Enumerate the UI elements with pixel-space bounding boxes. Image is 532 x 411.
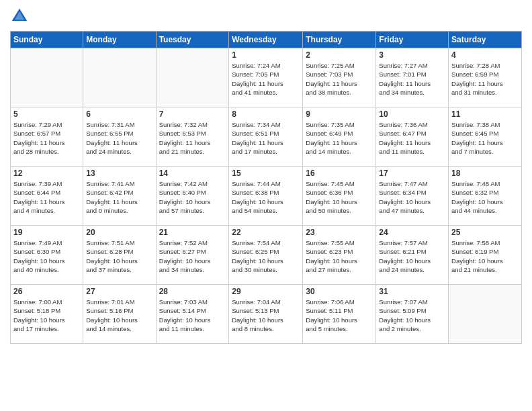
cell-day-number: 3 bbox=[379, 50, 445, 60]
cell-day-number: 12 bbox=[13, 169, 80, 178]
calendar-cell: 1Sunrise: 7:24 AM Sunset: 7:05 PM Daylig… bbox=[229, 48, 303, 107]
calendar-cell: 20Sunrise: 7:51 AM Sunset: 6:28 PM Dayli… bbox=[83, 226, 156, 285]
cell-info: Sunrise: 7:52 AM Sunset: 6:27 PM Dayligh… bbox=[159, 238, 226, 274]
cell-day-number: 17 bbox=[379, 169, 445, 178]
week-row-1: 1Sunrise: 7:24 AM Sunset: 7:05 PM Daylig… bbox=[11, 48, 522, 107]
calendar-cell: 11Sunrise: 7:38 AM Sunset: 6:45 PM Dayli… bbox=[449, 107, 522, 167]
cell-day-number: 16 bbox=[306, 169, 373, 178]
calendar-cell: 14Sunrise: 7:42 AM Sunset: 6:40 PM Dayli… bbox=[156, 167, 229, 226]
cell-info: Sunrise: 7:24 AM Sunset: 7:05 PM Dayligh… bbox=[232, 61, 300, 97]
cell-day-number: 1 bbox=[232, 50, 300, 60]
calendar-cell: 13Sunrise: 7:41 AM Sunset: 6:42 PM Dayli… bbox=[83, 167, 156, 226]
calendar-cell bbox=[83, 48, 156, 107]
day-header-saturday: Saturday bbox=[449, 32, 522, 48]
cell-info: Sunrise: 7:01 AM Sunset: 5:16 PM Dayligh… bbox=[86, 298, 152, 333]
cell-info: Sunrise: 7:58 AM Sunset: 6:19 PM Dayligh… bbox=[451, 238, 519, 274]
cell-day-number: 29 bbox=[232, 287, 300, 296]
cell-info: Sunrise: 7:07 AM Sunset: 5:09 PM Dayligh… bbox=[379, 298, 445, 333]
calendar-cell bbox=[11, 48, 83, 107]
cell-info: Sunrise: 7:51 AM Sunset: 6:28 PM Dayligh… bbox=[86, 238, 152, 274]
cell-day-number: 18 bbox=[451, 169, 519, 178]
cell-day-number: 22 bbox=[232, 228, 300, 237]
cell-info: Sunrise: 7:45 AM Sunset: 6:36 PM Dayligh… bbox=[306, 179, 373, 215]
calendar-cell: 28Sunrise: 7:03 AM Sunset: 5:14 PM Dayli… bbox=[156, 285, 229, 344]
calendar-cell: 3Sunrise: 7:27 AM Sunset: 7:01 PM Daylig… bbox=[376, 48, 449, 107]
calendar-cell: 31Sunrise: 7:07 AM Sunset: 5:09 PM Dayli… bbox=[376, 285, 449, 344]
header-row: SundayMondayTuesdayWednesdayThursdayFrid… bbox=[11, 32, 522, 48]
day-header-monday: Monday bbox=[83, 32, 156, 48]
calendar: SundayMondayTuesdayWednesdayThursdayFrid… bbox=[10, 31, 522, 344]
calendar-cell: 12Sunrise: 7:39 AM Sunset: 6:44 PM Dayli… bbox=[11, 167, 83, 226]
cell-info: Sunrise: 7:39 AM Sunset: 6:44 PM Dayligh… bbox=[13, 179, 80, 215]
calendar-cell: 4Sunrise: 7:28 AM Sunset: 6:59 PM Daylig… bbox=[449, 48, 522, 107]
cell-day-number: 4 bbox=[451, 50, 519, 60]
cell-info: Sunrise: 7:47 AM Sunset: 6:34 PM Dayligh… bbox=[379, 179, 445, 215]
cell-day-number: 30 bbox=[306, 287, 373, 296]
cell-day-number: 15 bbox=[232, 169, 300, 178]
cell-day-number: 9 bbox=[306, 109, 373, 119]
cell-day-number: 26 bbox=[13, 287, 80, 296]
week-row-3: 12Sunrise: 7:39 AM Sunset: 6:44 PM Dayli… bbox=[11, 167, 522, 226]
calendar-cell: 22Sunrise: 7:54 AM Sunset: 6:25 PM Dayli… bbox=[229, 226, 303, 285]
cell-day-number: 8 bbox=[232, 109, 300, 119]
calendar-cell bbox=[449, 285, 522, 344]
calendar-cell: 18Sunrise: 7:48 AM Sunset: 6:32 PM Dayli… bbox=[449, 167, 522, 226]
day-header-thursday: Thursday bbox=[303, 32, 376, 48]
cell-day-number: 28 bbox=[159, 287, 226, 296]
cell-day-number: 19 bbox=[13, 228, 80, 237]
cell-day-number: 20 bbox=[86, 228, 152, 237]
cell-info: Sunrise: 7:25 AM Sunset: 7:03 PM Dayligh… bbox=[306, 61, 373, 97]
cell-day-number: 6 bbox=[86, 109, 152, 119]
cell-info: Sunrise: 7:31 AM Sunset: 6:55 PM Dayligh… bbox=[86, 120, 152, 156]
cell-info: Sunrise: 7:06 AM Sunset: 5:11 PM Dayligh… bbox=[306, 298, 373, 333]
calendar-cell bbox=[156, 48, 229, 107]
cell-day-number: 13 bbox=[86, 169, 152, 178]
cell-info: Sunrise: 7:57 AM Sunset: 6:21 PM Dayligh… bbox=[379, 238, 445, 274]
calendar-cell: 7Sunrise: 7:32 AM Sunset: 6:53 PM Daylig… bbox=[156, 107, 229, 167]
cell-day-number: 7 bbox=[159, 109, 226, 119]
cell-info: Sunrise: 7:03 AM Sunset: 5:14 PM Dayligh… bbox=[159, 298, 226, 333]
calendar-cell: 8Sunrise: 7:34 AM Sunset: 6:51 PM Daylig… bbox=[229, 107, 303, 167]
cell-info: Sunrise: 7:34 AM Sunset: 6:51 PM Dayligh… bbox=[232, 120, 300, 156]
day-header-sunday: Sunday bbox=[11, 32, 83, 48]
calendar-cell: 26Sunrise: 7:00 AM Sunset: 5:18 PM Dayli… bbox=[11, 285, 83, 344]
week-row-2: 5Sunrise: 7:29 AM Sunset: 6:57 PM Daylig… bbox=[11, 107, 522, 167]
cell-day-number: 24 bbox=[379, 228, 445, 237]
cell-day-number: 25 bbox=[451, 228, 519, 237]
week-row-5: 26Sunrise: 7:00 AM Sunset: 5:18 PM Dayli… bbox=[11, 285, 522, 344]
calendar-cell: 2Sunrise: 7:25 AM Sunset: 7:03 PM Daylig… bbox=[303, 48, 376, 107]
cell-info: Sunrise: 7:28 AM Sunset: 6:59 PM Dayligh… bbox=[451, 61, 519, 97]
cell-info: Sunrise: 7:32 AM Sunset: 6:53 PM Dayligh… bbox=[159, 120, 226, 156]
calendar-cell: 24Sunrise: 7:57 AM Sunset: 6:21 PM Dayli… bbox=[376, 226, 449, 285]
cell-day-number: 14 bbox=[159, 169, 226, 178]
cell-day-number: 10 bbox=[379, 109, 445, 119]
calendar-cell: 25Sunrise: 7:58 AM Sunset: 6:19 PM Dayli… bbox=[449, 226, 522, 285]
calendar-cell: 6Sunrise: 7:31 AM Sunset: 6:55 PM Daylig… bbox=[83, 107, 156, 167]
calendar-cell: 29Sunrise: 7:04 AM Sunset: 5:13 PM Dayli… bbox=[229, 285, 303, 344]
calendar-cell: 27Sunrise: 7:01 AM Sunset: 5:16 PM Dayli… bbox=[83, 285, 156, 344]
cell-info: Sunrise: 7:42 AM Sunset: 6:40 PM Dayligh… bbox=[159, 179, 226, 215]
week-row-4: 19Sunrise: 7:49 AM Sunset: 6:30 PM Dayli… bbox=[11, 226, 522, 285]
day-header-tuesday: Tuesday bbox=[156, 32, 229, 48]
cell-day-number: 2 bbox=[306, 50, 373, 60]
cell-info: Sunrise: 7:55 AM Sunset: 6:23 PM Dayligh… bbox=[306, 238, 373, 274]
logo-icon bbox=[10, 7, 29, 26]
cell-info: Sunrise: 7:29 AM Sunset: 6:57 PM Dayligh… bbox=[13, 120, 80, 156]
calendar-cell: 19Sunrise: 7:49 AM Sunset: 6:30 PM Dayli… bbox=[11, 226, 83, 285]
calendar-cell: 9Sunrise: 7:35 AM Sunset: 6:49 PM Daylig… bbox=[303, 107, 376, 167]
calendar-cell: 17Sunrise: 7:47 AM Sunset: 6:34 PM Dayli… bbox=[376, 167, 449, 226]
header bbox=[10, 7, 522, 26]
cell-info: Sunrise: 7:27 AM Sunset: 7:01 PM Dayligh… bbox=[379, 61, 445, 97]
cell-day-number: 11 bbox=[451, 109, 519, 119]
cell-day-number: 5 bbox=[13, 109, 80, 119]
cell-info: Sunrise: 7:36 AM Sunset: 6:47 PM Dayligh… bbox=[379, 120, 445, 156]
calendar-cell: 10Sunrise: 7:36 AM Sunset: 6:47 PM Dayli… bbox=[376, 107, 449, 167]
day-header-wednesday: Wednesday bbox=[229, 32, 303, 48]
cell-info: Sunrise: 7:49 AM Sunset: 6:30 PM Dayligh… bbox=[13, 238, 80, 274]
cell-day-number: 21 bbox=[159, 228, 226, 237]
cell-info: Sunrise: 7:54 AM Sunset: 6:25 PM Dayligh… bbox=[232, 238, 300, 274]
logo bbox=[10, 7, 32, 26]
cell-day-number: 27 bbox=[86, 287, 152, 296]
calendar-cell: 16Sunrise: 7:45 AM Sunset: 6:36 PM Dayli… bbox=[303, 167, 376, 226]
page: SundayMondayTuesdayWednesdayThursdayFrid… bbox=[0, 0, 532, 354]
